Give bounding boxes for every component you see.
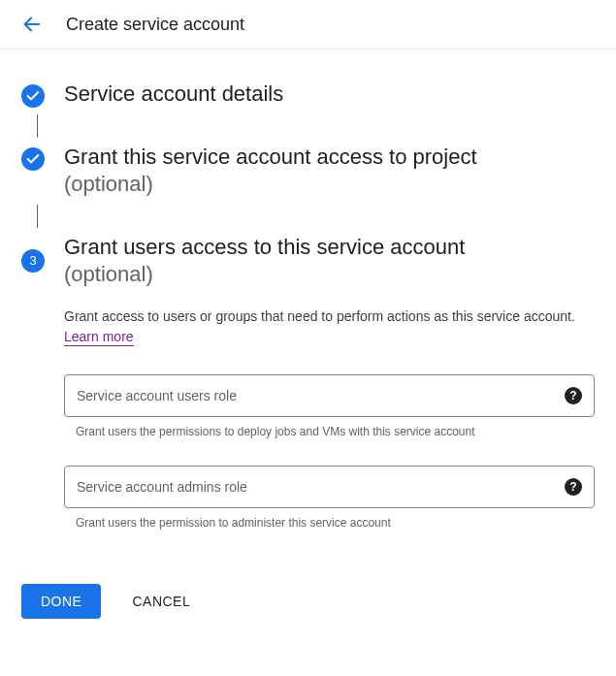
step-3-title: Grant users access to this service accou… xyxy=(64,234,595,262)
step-3-optional: (optional) xyxy=(64,261,595,289)
learn-more-link[interactable]: Learn more xyxy=(64,329,134,346)
admins-role-input-wrap[interactable]: ? xyxy=(64,466,595,508)
step-connector xyxy=(37,205,38,228)
page-title: Create service account xyxy=(66,15,244,35)
step-number-badge: 3 xyxy=(21,249,45,273)
page-content: Service account details Grant this servi… xyxy=(0,49,616,642)
button-row: DONE CANCEL xyxy=(21,584,595,619)
admins-role-field-group: ? Grant users the permission to administ… xyxy=(64,466,595,530)
users-role-hint: Grant users the permissions to deploy jo… xyxy=(64,425,595,438)
step-1-title: Service account details xyxy=(64,80,595,109)
step-complete-icon xyxy=(21,147,45,171)
step-2-title: Grant this service account access to pro… xyxy=(64,144,595,172)
step-2-optional: (optional) xyxy=(64,171,595,199)
step-2[interactable]: Grant this service account access to pro… xyxy=(21,144,595,199)
step-3-description-text: Grant access to users or groups that nee… xyxy=(64,308,575,324)
back-arrow-icon[interactable] xyxy=(21,14,43,35)
cancel-button[interactable]: CANCEL xyxy=(128,584,194,619)
admins-role-input[interactable] xyxy=(77,479,565,495)
help-icon[interactable]: ? xyxy=(565,387,582,404)
step-complete-icon xyxy=(21,84,45,108)
page-header: Create service account xyxy=(0,0,616,49)
step-3-description: Grant access to users or groups that nee… xyxy=(64,306,595,347)
admins-role-hint: Grant users the permission to administer… xyxy=(64,516,595,530)
done-button[interactable]: DONE xyxy=(21,584,101,619)
users-role-input-wrap[interactable]: ? xyxy=(64,374,595,417)
step-3: 3 Grant users access to this service acc… xyxy=(21,234,595,530)
users-role-field-group: ? Grant users the permissions to deploy … xyxy=(64,374,595,438)
help-icon[interactable]: ? xyxy=(565,478,582,496)
step-1[interactable]: Service account details xyxy=(21,80,595,109)
users-role-input[interactable] xyxy=(77,388,565,403)
step-connector xyxy=(37,114,38,138)
